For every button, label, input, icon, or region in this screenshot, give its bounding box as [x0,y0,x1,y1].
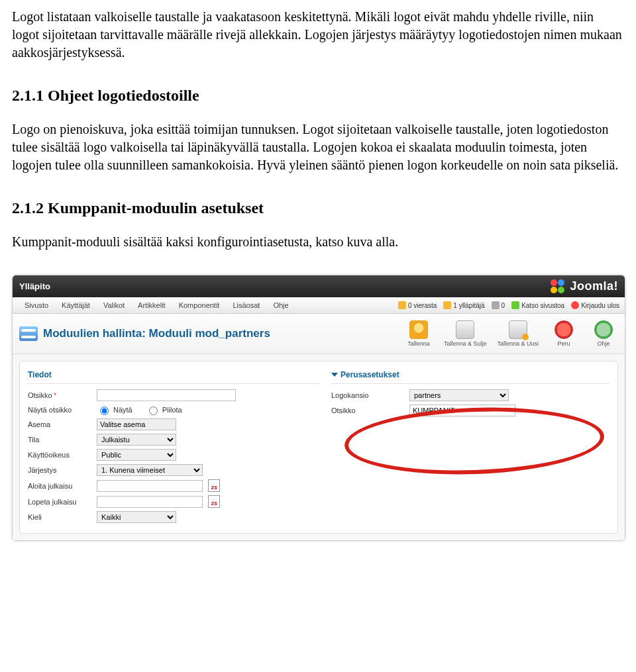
admin-icon [443,301,451,309]
menu-artikkelit[interactable]: Artikkelit [131,297,172,313]
admin-title: Ylläpito [19,281,50,291]
doc-heading-212: 2.1.2 Kumppanit-moduulin asetukset [12,199,624,217]
doc-heading-211: 2.1.1 Ohjeet logotiedostoille [12,87,624,105]
kayttooikeus-select[interactable]: Public [97,449,176,461]
label-tila: Tila [28,436,91,444]
chevron-down-icon [331,373,338,377]
jarjestys-select[interactable]: 1. Kunena viimeiset [97,464,203,476]
save-label: Tallenna [407,340,430,347]
asema-input[interactable] [97,418,176,430]
radio-piilota-label: Piilota [162,406,182,414]
save-new-icon [509,320,527,339]
cancel-label: Peru [557,340,570,347]
basic-options-legend[interactable]: Perusasetukset [331,368,610,384]
logout-icon [571,301,579,309]
menu-komponentit[interactable]: Komponentit [172,297,227,313]
basic-options-legend-text: Perusasetukset [341,370,399,379]
logout-link[interactable]: Kirjaudu ulos [571,301,619,309]
radio-piilota-input[interactable] [149,407,158,415]
calendar-icon[interactable]: 23 [208,495,220,508]
doc-paragraph-1: Logot listataan valkoiselle taustalle ja… [12,8,624,62]
kieli-select[interactable]: Kaikki [97,511,176,523]
help-label: Ohje [597,340,610,347]
cancel-button[interactable]: Peru [549,320,578,347]
save-icon [409,320,428,339]
doc-paragraph-2: Logo on pienoiskuva, joka esittää toimij… [12,120,624,174]
label-otsikko: Otsikko* [28,391,91,399]
label-aloita-julkaisu: Aloita julkaisu [28,482,91,490]
label-logokansio: Logokansio [331,391,404,399]
admin-topbar: Ylläpito Joomla! [13,275,625,297]
page-title: Moduulien hallinta: Moduuli mod_partners [43,327,270,340]
basic-options-panel: Perusasetukset Logokansio partners Otsik… [331,368,610,526]
menu-sivusto[interactable]: Sivusto [18,297,55,313]
details-panel: Tiedot Otsikko* Näytä otsikko Näytä Piil… [28,368,319,526]
save-close-label: Tallenna & Sulje [444,340,487,347]
required-star: * [54,391,56,399]
page-title-row: Moduulien hallinta: Moduuli mod_partners… [13,314,625,354]
aloita-input[interactable] [97,480,203,492]
label-nayta-otsikko: Näytä otsikko [28,406,91,414]
label-kieli: Kieli [28,513,91,521]
radio-nayta-input[interactable] [100,407,109,415]
view-site-icon [511,301,519,309]
otsikko-input[interactable] [97,389,236,401]
save-new-button[interactable]: Tallenna & Uusi [497,320,539,347]
menu-kayttajat[interactable]: Käyttäjät [55,297,97,313]
lopeta-input[interactable] [97,496,203,508]
logout-label: Kirjaudu ulos [581,302,619,309]
action-toolbar: Tallenna Tallenna & Sulje Tallenna & Uus… [404,320,618,347]
admin-menubar: Sivusto Käyttäjät Valikot Artikkelit Kom… [13,297,625,314]
stat-mail: 0 [492,301,505,309]
menu-lisaosat[interactable]: Lisäosat [226,297,266,313]
label-lopeta-julkaisu: Lopeta julkaisu [28,498,91,506]
stat-admins: 1 ylläpitäjä [443,301,484,309]
label-right-otsikko: Otsikko [331,407,404,414]
help-button[interactable]: Ohje [589,320,618,347]
view-site-label: Katso sivustoa [521,302,564,309]
view-site-link[interactable]: Katso sivustoa [511,301,564,309]
users-icon [398,301,406,309]
doc-paragraph-3: Kumppanit-moduuli sisältää kaksi konfigu… [12,233,624,251]
help-icon [594,320,613,339]
form-area: Tiedot Otsikko* Näytä otsikko Näytä Piil… [13,354,625,540]
module-icon [19,326,38,341]
calendar-icon[interactable]: 23 [208,479,220,492]
stat-guests-label: 0 vierasta [408,302,437,309]
menu-valikot[interactable]: Valikot [97,297,131,313]
mail-icon [492,301,500,309]
admin-status-right: 0 vierasta 1 ylläpitäjä 0 Katso sivustoa… [398,301,619,309]
radio-nayta-label: Näytä [113,406,132,414]
save-button[interactable]: Tallenna [404,320,433,347]
label-jarjestys: Järjestys [28,466,91,474]
joomla-brand-text: Joomla! [570,279,618,293]
radio-nayta[interactable]: Näytä [97,405,132,415]
right-otsikko-input[interactable] [409,405,515,416]
tila-select[interactable]: Julkaistu [97,434,176,446]
admin-menu-left: Sivusto Käyttäjät Valikot Artikkelit Kom… [18,297,295,313]
save-new-label: Tallenna & Uusi [497,340,539,347]
save-close-button[interactable]: Tallenna & Sulje [444,320,487,347]
save-close-icon [456,320,474,339]
details-legend: Tiedot [28,368,319,384]
label-otsikko-text: Otsikko [28,391,52,399]
joomla-icon [551,279,564,293]
stat-admins-label: 1 ylläpitäjä [453,302,484,309]
logokansio-select[interactable]: partners [409,389,509,401]
joomla-logo: Joomla! [551,279,618,293]
stat-mail-label: 0 [502,302,505,309]
radio-piilota[interactable]: Piilota [146,405,182,415]
label-kayttooikeus: Käyttöoikeus [28,451,91,459]
stat-guests: 0 vierasta [398,301,437,309]
label-asema: Asema [28,420,91,428]
menu-ohje[interactable]: Ohje [266,297,295,313]
joomla-admin-screenshot: Ylläpito Joomla! Sivusto Käyttäjät Valik… [12,275,625,541]
cancel-icon [555,320,573,339]
